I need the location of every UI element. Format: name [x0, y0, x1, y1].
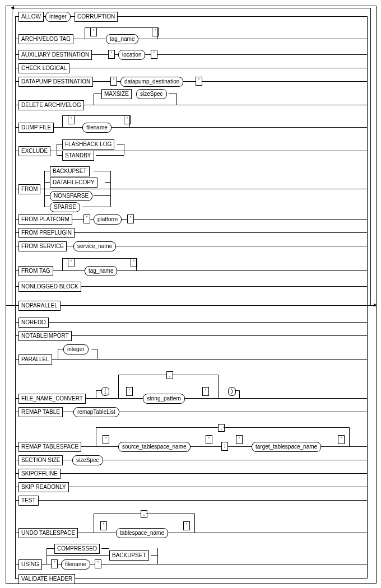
- lparen-fnc: (: [101, 387, 109, 396]
- quote-fnc-2: ': [202, 387, 209, 396]
- nt-dp-dest: datapump_destination: [120, 77, 183, 87]
- nt-arch-tagname: tag_name: [106, 34, 138, 44]
- quote-rts-1: ': [103, 435, 109, 444]
- kw-remap-tablespace: REMAP TABLESPACE: [18, 442, 81, 452]
- comma-fnc: ,: [166, 371, 173, 379]
- kw-test: TEST: [18, 496, 39, 506]
- right-bus: [367, 16, 368, 578]
- nt-using-filename: filename: [61, 559, 90, 570]
- kw-maxsize: MAXSIZE: [101, 89, 132, 99]
- nt-allow-integer: integer: [45, 12, 71, 22]
- kw-skipoffline: SKIPOFFLINE: [18, 469, 61, 479]
- nt-source-ts: source_tablespace_name: [118, 442, 190, 452]
- nt-remap-table-list: remapTableList: [73, 407, 119, 417]
- nt-section-sizespec: sizeSpec: [72, 455, 103, 465]
- row-skipoff-rail: [15, 473, 367, 474]
- kw-corruption: CORRUPTION: [75, 12, 118, 22]
- nt-target-ts: target_tablespace_name: [252, 442, 321, 452]
- kw-section-size: SECTION SIZE: [18, 455, 63, 465]
- quote-rts-4: ': [338, 435, 345, 444]
- kw-notableimport: NOTABLEIMPORT: [18, 331, 72, 341]
- nt-dump-filename: filename: [82, 123, 111, 133]
- kw-parallel: PARALLEL: [18, 354, 52, 365]
- row-dump-rail: [15, 127, 367, 128]
- kw-from-preplugin: FROM PREPLUGIN: [18, 228, 75, 238]
- row-section-rail: [15, 460, 367, 460]
- quote-arch-1: ': [90, 27, 97, 36]
- row-fservice-rail: [15, 246, 367, 246]
- quote-dp-2: ': [196, 77, 202, 86]
- quote-undo-2: ': [183, 521, 190, 530]
- row-parallel-rail: [15, 359, 367, 360]
- row-remaptab-rail: [15, 412, 367, 412]
- kw-exclude: EXCLUDE: [18, 146, 50, 156]
- row-ftag-rail: [15, 270, 367, 271]
- left-bus: [15, 16, 16, 578]
- nt-aux-location: location: [118, 50, 145, 60]
- kw-from-backupset: BACKUPSET: [50, 166, 90, 176]
- kw-check-logical: CHECK LOGICAL: [18, 63, 69, 73]
- nt-tablespace-name: tablespace_name: [116, 528, 168, 538]
- quote-using-2: ': [95, 559, 101, 568]
- kw-from-tag: FROM TAG: [18, 266, 53, 276]
- outer-loop-right: [370, 8, 371, 305]
- kw-skip-readonly: SKIP READONLY: [18, 482, 69, 492]
- row-noredo-rail: [15, 322, 367, 323]
- quote-undo-1: ': [100, 521, 107, 530]
- nt-ftag-tagname: tag_name: [85, 266, 117, 276]
- quote-fplat-1: ': [83, 214, 90, 223]
- kw-validate-header: VALIDATE HEADER: [18, 574, 75, 584]
- kw-noredo: NOREDO: [18, 318, 49, 328]
- kw-using-compressed: COMPRESSED: [54, 544, 100, 554]
- syntax-diagram: ALLOW integer CORRUPTION ARCHIVELOG TAG …: [6, 6, 377, 584]
- kw-using-backupset: BACKUPSET: [109, 550, 149, 561]
- kw-from-nonsparse: NONSPARSE: [50, 191, 92, 201]
- outer-loop-left: [12, 8, 12, 305]
- kw-file-name-convert: FILE_NAME_CONVERT: [18, 394, 86, 404]
- kw-noparallel: NOPARALLEL: [18, 301, 61, 311]
- nt-parallel-integer: integer: [63, 344, 89, 354]
- kw-undo-tablespace: UNDO TABLESPACE: [18, 528, 78, 538]
- kw-from-service: FROM SERVICE: [18, 241, 67, 251]
- nt-string-pattern: string_pattern: [143, 394, 185, 404]
- kw-remap-table: REMAP TABLE: [18, 407, 63, 417]
- quote-aux-1: ': [108, 50, 115, 59]
- quote-ftag-1: ': [68, 258, 75, 267]
- comma-rts: ,: [218, 424, 225, 432]
- kw-from: FROM: [18, 184, 40, 194]
- kw-dump-file: DUMP FILE: [18, 123, 54, 133]
- nt-delarch-sizespec: sizeSpec: [136, 89, 167, 99]
- quote-rts-2: ': [206, 435, 212, 444]
- nt-service-name: service_name: [73, 241, 116, 251]
- kw-nonlogged-block: NONLOGGED BLOCK: [18, 282, 81, 292]
- row-from-rail: [15, 189, 367, 189]
- quote-using-1: ': [51, 559, 58, 568]
- kw-from-datafilecopy: DATAFILECOPY: [50, 178, 97, 188]
- kw-allow: ALLOW: [18, 12, 44, 22]
- nt-platform: platform: [94, 214, 122, 225]
- kw-aux-dest: AUXILIARY DESTINATION: [18, 50, 92, 60]
- kw-from-platform: FROM PLATFORM: [18, 214, 72, 225]
- kw-standby: STANDBY: [62, 151, 94, 161]
- rparen-fnc: ): [228, 387, 236, 396]
- quote-dump-1: ': [68, 115, 75, 124]
- comma-undo: ,: [141, 510, 147, 518]
- outer-loop-top: [12, 8, 370, 8]
- quote-dp-1: ': [110, 77, 117, 86]
- quote-rts-3: ': [236, 435, 243, 444]
- row-test-rail: [15, 500, 367, 501]
- colon-rts: :: [221, 442, 228, 451]
- kw-using: USING: [18, 559, 42, 570]
- kw-from-sparse: SPARSE: [50, 202, 80, 212]
- quote-fplat-2: ': [127, 214, 134, 223]
- main-rail: [6, 305, 376, 306]
- kw-archivelog-tag: ARCHIVELOG TAG: [18, 34, 73, 44]
- quote-aux-2: ': [151, 50, 157, 59]
- kw-dp-dest: DATAPUMP DESTINATION: [18, 77, 93, 87]
- kw-delete-archivelog: DELETE ARCHIVELOG: [18, 100, 84, 110]
- quote-fnc-1: ': [126, 387, 133, 396]
- kw-flashback-log: FLASHBACK LOG: [62, 139, 114, 150]
